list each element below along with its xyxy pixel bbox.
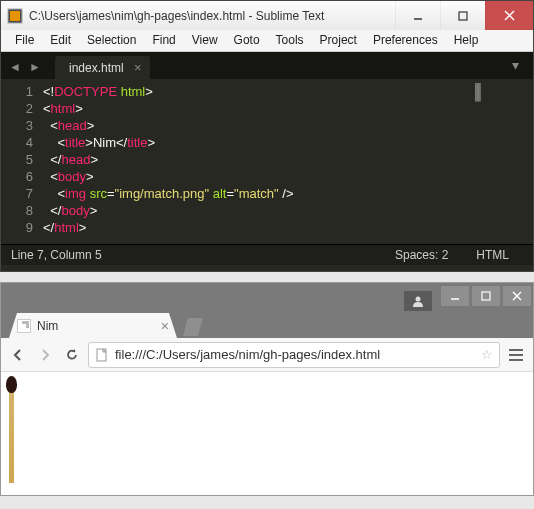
menu-goto[interactable]: Goto [226, 30, 268, 51]
window-buttons [395, 1, 533, 30]
svg-rect-8 [482, 292, 490, 300]
maximize-button[interactable] [440, 1, 485, 30]
address-bar[interactable]: file:///C:/Users/james/nim/gh-pages/inde… [88, 342, 500, 368]
close-button[interactable] [485, 1, 533, 30]
code-content[interactable]: <!DOCTYPE html> <html> <head> <title>Nim… [43, 83, 533, 244]
menu-project[interactable]: Project [312, 30, 365, 51]
chrome-tab-close-icon[interactable]: × [161, 318, 169, 334]
tab-forward-icon[interactable]: ► [27, 59, 43, 75]
chrome-menu-button[interactable] [505, 344, 527, 366]
menu-file[interactable]: File [7, 30, 42, 51]
page-viewport[interactable] [1, 372, 533, 495]
chrome-toolbar: file:///C:/Users/james/nim/gh-pages/inde… [1, 338, 533, 372]
tab-close-icon[interactable]: × [134, 60, 142, 75]
chrome-window: Nim × file:///C:/Users/james/nim/gh-page… [0, 282, 534, 496]
file-icon [95, 348, 109, 362]
sublime-statusbar: Line 7, Column 5 Spaces: 2 HTML [1, 244, 533, 265]
sublime-titlebar[interactable]: C:\Users\james\nim\gh-pages\index.html -… [1, 1, 533, 30]
back-button[interactable] [7, 344, 29, 366]
minimize-button[interactable] [395, 1, 440, 30]
chrome-maximize-button[interactable] [472, 286, 500, 306]
match-image [5, 376, 18, 483]
chrome-titlerow[interactable] [1, 283, 533, 311]
editor-tab[interactable]: index.html × [55, 56, 150, 79]
svg-point-6 [416, 297, 421, 302]
chrome-tab-title: Nim [37, 319, 161, 333]
tab-back-icon[interactable]: ◄ [7, 59, 23, 75]
forward-button[interactable] [34, 344, 56, 366]
favicon-icon [17, 319, 31, 333]
sublime-body: ◄ ► index.html × ▾ 123456789 <!DOCTYPE h… [1, 52, 533, 271]
menu-tools[interactable]: Tools [268, 30, 312, 51]
menu-preferences[interactable]: Preferences [365, 30, 446, 51]
svg-rect-1 [10, 11, 20, 21]
tab-overflow-icon[interactable]: ▾ [512, 57, 527, 79]
line-gutter: 123456789 [1, 83, 43, 244]
bookmark-star-icon[interactable]: ☆ [481, 347, 493, 362]
code-editor[interactable]: 123456789 <!DOCTYPE html> <html> <head> … [1, 79, 533, 244]
sublime-window: C:\Users\james\nim\gh-pages\index.html -… [0, 0, 534, 272]
menu-help[interactable]: Help [446, 30, 487, 51]
sublime-tabbar: ◄ ► index.html × ▾ [1, 52, 533, 79]
menu-selection[interactable]: Selection [79, 30, 144, 51]
cursor-position[interactable]: Line 7, Column 5 [11, 248, 102, 262]
editor-tab-label: index.html [69, 61, 124, 75]
syntax-setting[interactable]: HTML [462, 248, 523, 262]
menu-find[interactable]: Find [144, 30, 183, 51]
url-text: file:///C:/Users/james/nim/gh-pages/inde… [115, 347, 475, 362]
new-tab-button[interactable] [183, 318, 203, 336]
reload-button[interactable] [61, 344, 83, 366]
chrome-tab[interactable]: Nim × [9, 313, 177, 338]
chrome-minimize-button[interactable] [441, 286, 469, 306]
sublime-app-icon [7, 8, 23, 24]
chrome-tabstrip: Nim × [1, 311, 533, 338]
sublime-title: C:\Users\james\nim\gh-pages\index.html -… [29, 9, 395, 23]
menu-view[interactable]: View [184, 30, 226, 51]
chrome-profile-button[interactable] [404, 291, 432, 311]
indent-setting[interactable]: Spaces: 2 [381, 248, 462, 262]
minimap[interactable]: ████████████████████████████████████ [475, 83, 515, 113]
svg-rect-3 [459, 12, 467, 20]
tab-nav-arrows: ◄ ► [7, 59, 43, 79]
chrome-close-button[interactable] [503, 286, 531, 306]
sublime-menubar: FileEditSelectionFindViewGotoToolsProjec… [1, 30, 533, 52]
menu-edit[interactable]: Edit [42, 30, 79, 51]
